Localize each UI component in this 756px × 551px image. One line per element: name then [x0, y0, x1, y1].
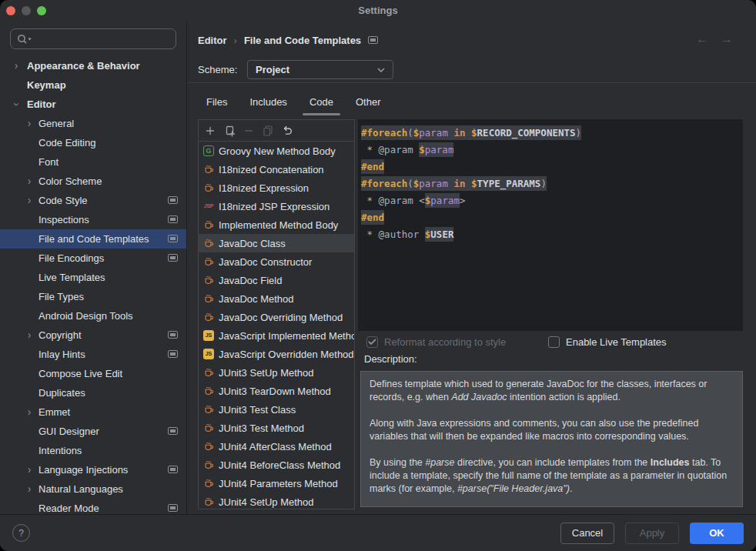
tab-files[interactable]: Files: [206, 88, 227, 117]
chevron-collapsed-icon[interactable]: ›: [24, 402, 35, 422]
help-icon: ?: [18, 528, 24, 539]
sidebar-item-color-scheme[interactable]: ›Color Scheme: [0, 172, 186, 191]
template-item-label: JavaScript Implemented Method: [219, 330, 354, 342]
sidebar-item-language-injections[interactable]: ›Language Injections: [0, 460, 186, 479]
template-item-junit4-setup-method[interactable]: JUnit4 SetUp Method: [199, 493, 354, 509]
template-item-junit3-setup-method[interactable]: JUnit3 SetUp Method: [199, 363, 354, 382]
template-item-label: JUnit4 SetUp Method: [219, 496, 314, 508]
template-item-javadoc-class[interactable]: JavaDoc Class: [199, 234, 354, 252]
create-child-template-button[interactable]: [223, 125, 236, 137]
settings-window: Settings ›Appearance & BehaviorKeymap›Ed…: [0, 0, 756, 551]
template-item-javascript-implemented-method[interactable]: JSJavaScript Implemented Method: [199, 326, 354, 345]
java-class-icon: [203, 459, 214, 470]
tab-code[interactable]: Code: [309, 88, 333, 117]
sidebar-item-general[interactable]: ›General: [0, 114, 186, 133]
back-arrow-icon[interactable]: ←: [696, 32, 708, 46]
cancel-button[interactable]: Cancel: [560, 523, 614, 544]
template-item-implemented-method-body[interactable]: Implemented Method Body: [199, 215, 354, 234]
help-button[interactable]: ?: [12, 524, 30, 542]
breadcrumb-editor[interactable]: Editor: [198, 35, 227, 46]
sidebar-item-appearance-behavior[interactable]: ›Appearance & Behavior: [0, 56, 186, 75]
sidebar-item-emmet[interactable]: ›Emmet: [0, 402, 186, 422]
template-editor[interactable]: #foreach($param in $RECORD_COMPONENTS) *…: [358, 119, 743, 331]
sidebar-item-file-encodings[interactable]: File Encodings: [0, 249, 186, 268]
chevron-collapsed-icon[interactable]: ›: [24, 172, 35, 191]
sidebar-item-intentions[interactable]: Intentions: [0, 441, 186, 460]
chevron-down-icon: [377, 68, 385, 72]
reset-template-button[interactable]: [281, 125, 293, 137]
live-templates-label: Enable Live Templates: [566, 336, 667, 348]
java-class-icon: [203, 441, 214, 452]
add-template-button[interactable]: [204, 125, 216, 137]
forward-arrow-icon[interactable]: →: [721, 32, 733, 46]
sidebar-item-keymap[interactable]: Keymap: [0, 75, 186, 95]
sidebar-item-natural-languages[interactable]: ›Natural Languages: [0, 479, 186, 499]
java-class-icon: [203, 496, 214, 507]
remove-template-button: [243, 125, 255, 137]
chevron-collapsed-icon[interactable]: ›: [24, 191, 35, 210]
copy-template-button: [262, 125, 274, 137]
sidebar-item-label: Appearance & Behavior: [27, 56, 140, 75]
chevron-collapsed-icon[interactable]: ›: [11, 56, 22, 75]
chevron-collapsed-icon[interactable]: ›: [24, 479, 35, 499]
sidebar-item-live-templates[interactable]: Live Templates: [0, 268, 186, 287]
live-templates-checkbox[interactable]: [548, 336, 560, 348]
sidebar-item-file-and-code-templates[interactable]: File and Code Templates: [0, 229, 186, 249]
sidebar-item-gui-designer[interactable]: GUI Designer: [0, 422, 186, 441]
settings-search-input[interactable]: [10, 28, 176, 49]
code-line: #end: [361, 209, 743, 225]
template-item-label: JUnit4 BeforeClass Method: [219, 459, 340, 471]
scheme-value: Project: [256, 64, 289, 75]
sidebar-item-copyright[interactable]: ›Copyright: [0, 326, 186, 345]
breadcrumb-file-and-code-templates: File and Code Templates: [244, 35, 361, 46]
sidebar-item-compose-live-edit[interactable]: Compose Live Edit: [0, 364, 186, 383]
template-item-i18nized-concatenation[interactable]: I18nized Concatenation: [199, 160, 354, 179]
template-item-javascript-overridden-method[interactable]: JSJavaScript Overridden Method: [199, 345, 354, 363]
ok-button[interactable]: OK: [690, 523, 744, 544]
sidebar-item-label: Reader Mode: [38, 499, 99, 514]
chevron-collapsed-icon[interactable]: ›: [24, 326, 35, 345]
template-item-junit3-test-method[interactable]: JUnit3 Test Method: [199, 419, 354, 437]
sidebar-item-inlay-hints[interactable]: Inlay Hints: [0, 345, 186, 364]
template-item-javadoc-overriding-method[interactable]: JavaDoc Overriding Method: [199, 308, 354, 326]
template-item-i18nized-expression[interactable]: I18nized Expression: [199, 179, 354, 197]
template-item-junit3-teardown-method[interactable]: JUnit3 TearDown Method: [199, 382, 354, 400]
template-item-junit3-test-class[interactable]: JUnit3 Test Class: [199, 400, 354, 419]
screen-icon: [168, 215, 178, 223]
groovy-icon: G: [203, 145, 214, 156]
scheme-dropdown[interactable]: Project: [247, 60, 393, 79]
sidebar-item-duplicates[interactable]: Duplicates: [0, 383, 186, 402]
sidebar-item-label: GUI Designer: [38, 422, 99, 441]
sidebar-item-code-style[interactable]: ›Code Style: [0, 191, 186, 210]
sidebar-item-file-types[interactable]: File Types: [0, 287, 186, 306]
template-item-i18nized-jsp-expression[interactable]: JSPI18nized JSP Expression: [199, 197, 354, 215]
sidebar-item-android-design-tools[interactable]: Android Design Tools: [0, 306, 186, 326]
sidebar-item-code-editing[interactable]: Code Editing: [0, 133, 186, 152]
tab-other[interactable]: Other: [356, 88, 381, 117]
chevron-collapsed-icon[interactable]: ›: [24, 460, 35, 479]
sidebar-item-label: Emmet: [38, 402, 70, 422]
template-item-javadoc-field[interactable]: JavaDoc Field: [199, 271, 354, 289]
java-class-icon: [203, 164, 214, 175]
template-item-label: Groovy New Method Body: [219, 145, 336, 157]
sidebar-item-editor[interactable]: ›Editor: [0, 95, 186, 114]
breadcrumb-separator-icon: ›: [234, 35, 237, 46]
template-item-junit4-parameters-method[interactable]: JUnit4 Parameters Method: [199, 474, 354, 493]
sidebar-item-label: Android Design Tools: [38, 306, 133, 326]
code-line: * @author $USER: [361, 225, 743, 242]
template-item-groovy-new-method-body[interactable]: GGroovy New Method Body: [199, 142, 354, 160]
template-item-javadoc-constructor[interactable]: JavaDoc Constructor: [199, 252, 354, 271]
java-class-icon: [203, 478, 214, 489]
sidebar-item-reader-mode[interactable]: Reader Mode: [0, 499, 186, 514]
chevron-collapsed-icon[interactable]: ›: [24, 114, 35, 133]
template-item-junit4-beforeclass-method[interactable]: JUnit4 BeforeClass Method: [199, 456, 354, 474]
titlebar: Settings: [0, 0, 756, 22]
sidebar-item-label: Keymap: [27, 75, 66, 95]
chevron-expanded-icon[interactable]: ›: [7, 99, 26, 110]
sidebar-item-inspections[interactable]: Inspections: [0, 210, 186, 229]
sidebar-item-font[interactable]: Font: [0, 152, 186, 172]
template-item-javadoc-method[interactable]: JavaDoc Method: [199, 289, 354, 308]
template-item-junit4-afterclass-method[interactable]: JUnit4 AfterClass Method: [199, 437, 354, 456]
tab-includes[interactable]: Includes: [249, 88, 286, 117]
divider: [187, 82, 756, 83]
